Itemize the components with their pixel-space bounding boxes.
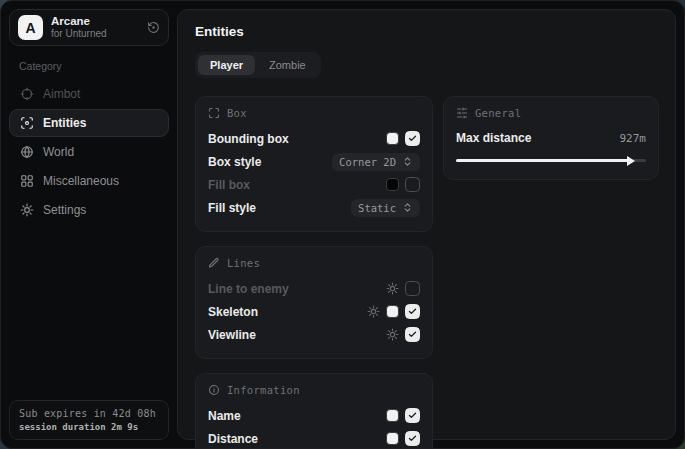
scan-icon [20, 116, 34, 130]
general-card: General Max distance 927m [443, 96, 659, 180]
sidebar-item-settings[interactable]: Settings [9, 196, 169, 224]
sidebar-item-label: World [43, 145, 74, 159]
box-card: Box Bounding box Box style [195, 96, 433, 232]
sidebar-item-label: Entities [43, 116, 86, 130]
sidebar-item-label: Miscellaneous [43, 174, 119, 188]
slider-thumb[interactable] [627, 156, 635, 166]
viewline-checkbox[interactable] [405, 327, 420, 342]
dropdown-value: Static [358, 202, 396, 214]
color-swatch[interactable] [386, 132, 399, 145]
skeleton-settings-gear-icon[interactable] [367, 305, 380, 318]
sidebar-item-miscellaneous[interactable]: Miscellaneous [9, 167, 169, 195]
sidebar-item-label: Aimbot [43, 87, 80, 101]
gear-icon [20, 203, 34, 217]
setting-label: Distance [208, 432, 258, 446]
setting-label: Name [208, 409, 241, 423]
card-title: Box [227, 107, 247, 119]
line-to-enemy-settings-gear-icon[interactable] [386, 282, 399, 295]
setting-label: Line to enemy [208, 282, 289, 296]
sidebar-item-entities[interactable]: Entities [9, 109, 169, 137]
sidebar-item-label: Settings [43, 203, 86, 217]
app-window: A Arcane for Unturned Category Aimbot [0, 0, 685, 449]
sub-expiry-text: Sub expires in 42d 08h [19, 408, 159, 419]
lines-card: Lines Line to enemy [195, 246, 433, 359]
grid-icon [20, 174, 34, 188]
app-tagline: for Unturned [51, 28, 139, 40]
information-card: Information Name Distance [195, 373, 433, 449]
name-checkbox[interactable] [405, 408, 420, 423]
max-distance-value: 927m [620, 132, 647, 145]
crosshair-icon [20, 87, 34, 101]
app-name: Arcane [51, 15, 139, 28]
session-duration-text: session duration 2m 9s [19, 422, 159, 432]
app-logo: A [18, 15, 43, 40]
color-swatch[interactable] [386, 305, 399, 318]
fill-box-checkbox[interactable] [405, 177, 420, 192]
sidebar: A Arcane for Unturned Category Aimbot [1, 1, 177, 448]
setting-label: Box style [208, 155, 261, 169]
setting-label: Viewline [208, 328, 256, 342]
setting-label: Fill style [208, 201, 256, 215]
tab-player[interactable]: Player [198, 55, 255, 75]
color-swatch[interactable] [386, 409, 399, 422]
line-to-enemy-checkbox[interactable] [405, 281, 420, 296]
setting-row: Name [208, 404, 420, 427]
sidebar-item-world[interactable]: World [9, 138, 169, 166]
box-select-icon [208, 107, 220, 119]
sync-icon[interactable] [147, 21, 160, 34]
main-panel: Entities Player Zombie Box [177, 9, 676, 440]
setting-row: Box style Corner 2D [208, 150, 420, 173]
card-title: General [475, 107, 521, 119]
color-swatch[interactable] [386, 432, 399, 445]
setting-label: Bounding box [208, 132, 289, 146]
fill-style-dropdown[interactable]: Static [351, 199, 420, 217]
distance-checkbox[interactable] [405, 431, 420, 446]
page-title: Entities [195, 24, 659, 39]
brand-card: A Arcane for Unturned [9, 9, 169, 46]
bounding-box-checkbox[interactable] [405, 131, 420, 146]
setting-row: Fill style Static [208, 196, 420, 219]
setting-row: Viewline [208, 323, 420, 346]
setting-row: Max distance 927m [456, 127, 646, 149]
dropdown-value: Corner 2D [339, 156, 396, 168]
pencil-line-icon [208, 257, 220, 269]
card-title: Information [227, 384, 300, 396]
chevrons-up-down-icon [402, 156, 413, 167]
sidebar-nav: Aimbot Entities World [9, 80, 169, 224]
color-swatch[interactable] [386, 178, 399, 191]
sidebar-item-aimbot[interactable]: Aimbot [9, 80, 169, 108]
viewline-settings-gear-icon[interactable] [386, 328, 399, 341]
sliders-icon [456, 107, 468, 119]
info-icon [208, 384, 220, 396]
box-style-dropdown[interactable]: Corner 2D [332, 153, 420, 171]
slider-fill [456, 159, 632, 162]
subscription-info-card: Sub expires in 42d 08h session duration … [9, 400, 169, 440]
globe-icon [20, 145, 34, 159]
setting-row: Bounding box [208, 127, 420, 150]
tab-zombie[interactable]: Zombie [257, 55, 318, 75]
setting-row: Fill box [208, 173, 420, 196]
setting-label: Fill box [208, 178, 250, 192]
skeleton-checkbox[interactable] [405, 304, 420, 319]
max-distance-slider[interactable] [456, 153, 646, 167]
setting-row: Skeleton [208, 300, 420, 323]
setting-row: Distance [208, 427, 420, 449]
entity-tabs: Player Zombie [195, 52, 321, 78]
setting-row: Line to enemy [208, 277, 420, 300]
chevrons-up-down-icon [402, 202, 413, 213]
setting-label: Skeleton [208, 305, 258, 319]
card-title: Lines [227, 257, 260, 269]
category-label: Category [19, 60, 169, 72]
setting-label: Max distance [456, 131, 531, 145]
